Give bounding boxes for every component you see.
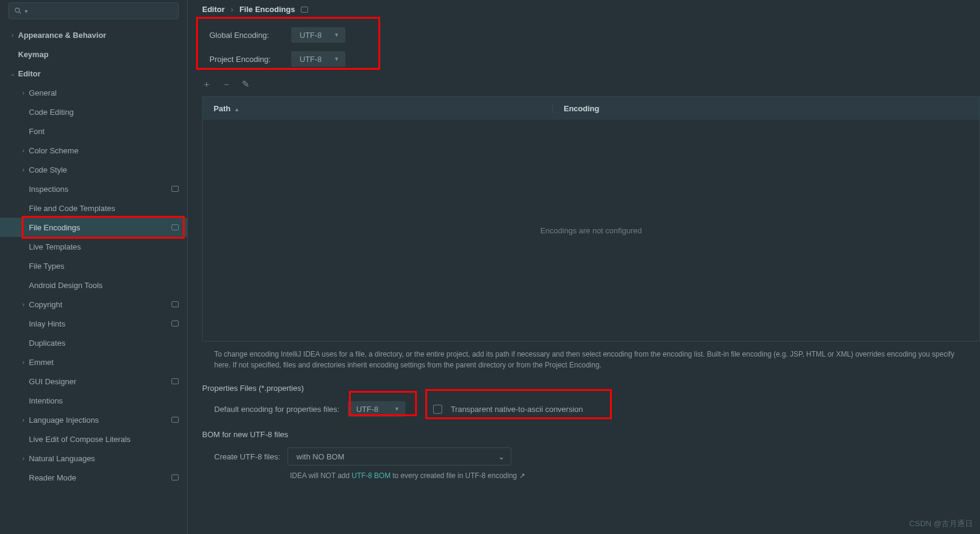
bom-section-title: BOM for new UTF-8 files xyxy=(202,430,980,439)
sidebar-item-label: Language Injections xyxy=(29,416,171,425)
project-encoding-label: Project Encoding: xyxy=(209,55,280,64)
encodings-table: Path▲ Encoding Encodings are not configu… xyxy=(202,96,980,342)
sidebar-item-general[interactable]: ›General xyxy=(0,83,187,102)
chevron-right-icon[interactable]: › xyxy=(18,455,29,462)
sidebar-item-label: Reader Mode xyxy=(29,473,171,482)
scope-badge-icon[interactable] xyxy=(301,7,308,13)
sidebar-item-label: Emmet xyxy=(29,358,179,367)
sidebar-item-keymap[interactable]: Keymap xyxy=(0,44,187,64)
breadcrumb-separator: › xyxy=(231,5,233,14)
bom-note: IDEA will NOT add UTF-8 BOM to every cre… xyxy=(290,471,980,480)
bom-create-dropdown[interactable]: with NO BOM ⌄ xyxy=(288,447,511,465)
sidebar-item-editor[interactable]: ⌄Editor xyxy=(0,64,187,83)
sidebar-item-label: Inlay Hints xyxy=(29,319,171,328)
sidebar-item-label: File Types xyxy=(29,262,179,271)
sidebar-item-label: Inspections xyxy=(29,185,171,194)
sidebar-item-label: Code Editing xyxy=(29,108,179,117)
chevron-right-icon[interactable]: › xyxy=(18,147,29,154)
breadcrumb-root[interactable]: Editor xyxy=(202,5,225,14)
sidebar-item-code-style[interactable]: ›Code Style xyxy=(0,160,187,179)
sidebar-item-label: Appearance & Behavior xyxy=(18,31,179,40)
scope-badge-icon xyxy=(171,378,179,384)
sidebar-item-copyright[interactable]: ›Copyright xyxy=(0,295,187,314)
sidebar-item-live-templates[interactable]: Live Templates xyxy=(0,237,187,256)
properties-section-title: Properties Files (*.properties) xyxy=(202,384,980,393)
scope-badge-icon xyxy=(171,186,179,192)
transparent-ascii-checkbox[interactable] xyxy=(433,405,442,414)
chevron-down-icon: ▼ xyxy=(394,406,399,412)
sidebar-item-file-types[interactable]: File Types xyxy=(0,256,187,275)
sidebar-item-font[interactable]: Font xyxy=(0,121,187,141)
chevron-right-icon[interactable]: › xyxy=(18,417,29,423)
sidebar-item-label: Copyright xyxy=(29,300,171,309)
sidebar-item-live-edit-of-compose-literals[interactable]: Live Edit of Compose Literals xyxy=(0,429,187,449)
sidebar-item-label: GUI Designer xyxy=(29,377,171,386)
project-encoding-value: UTF-8 xyxy=(300,55,322,64)
svg-point-0 xyxy=(15,8,19,12)
scope-badge-icon xyxy=(171,321,179,327)
settings-sidebar: ▾ ›Appearance & BehaviorKeymap⌄Editor›Ge… xyxy=(0,0,188,534)
table-header-path[interactable]: Path▲ xyxy=(203,104,553,113)
search-icon xyxy=(14,7,22,15)
sidebar-item-inspections[interactable]: Inspections xyxy=(0,179,187,198)
properties-encoding-dropdown[interactable]: UTF-8 ▼ xyxy=(348,401,405,417)
edit-button[interactable]: ✎ xyxy=(242,79,250,90)
utf8-bom-link[interactable]: UTF-8 BOM xyxy=(351,471,390,480)
chevron-right-icon[interactable]: › xyxy=(18,359,29,366)
chevron-right-icon[interactable]: › xyxy=(18,90,29,96)
sidebar-item-reader-mode[interactable]: Reader Mode xyxy=(0,468,187,487)
sidebar-item-language-injections[interactable]: ›Language Injections xyxy=(0,410,187,429)
scope-badge-icon xyxy=(171,417,179,423)
bom-create-value: with NO BOM xyxy=(297,452,344,461)
chevron-down-icon: ⌄ xyxy=(498,452,505,461)
add-button[interactable]: ＋ xyxy=(202,79,211,90)
sidebar-item-label: File and Code Templates xyxy=(29,204,179,213)
search-caret: ▾ xyxy=(25,8,28,14)
sidebar-item-label: File Encodings xyxy=(29,223,171,232)
table-toolbar: ＋ － ✎ xyxy=(188,75,980,93)
sidebar-item-appearance-behavior[interactable]: ›Appearance & Behavior xyxy=(0,25,187,44)
sidebar-item-gui-designer[interactable]: GUI Designer xyxy=(0,372,187,391)
chevron-right-icon[interactable]: › xyxy=(18,301,29,308)
sidebar-item-code-editing[interactable]: Code Editing xyxy=(0,102,187,121)
chevron-right-icon[interactable]: › xyxy=(7,32,18,38)
search-input[interactable]: ▾ xyxy=(8,2,179,19)
breadcrumb: Editor › File Encodings xyxy=(188,2,980,19)
table-empty-text: Encodings are not configured xyxy=(540,226,642,235)
sidebar-item-label: Android Design Tools xyxy=(29,281,179,290)
sidebar-item-label: Font xyxy=(29,127,179,136)
properties-default-label: Default encoding for properties files: xyxy=(214,405,339,414)
sidebar-item-label: Intentions xyxy=(29,396,179,405)
properties-encoding-value: UTF-8 xyxy=(356,405,378,414)
sidebar-item-duplicates[interactable]: Duplicates xyxy=(0,333,187,352)
main-panel: Editor › File Encodings Global Encoding:… xyxy=(188,0,980,534)
sidebar-item-android-design-tools[interactable]: Android Design Tools xyxy=(0,275,187,295)
sidebar-item-label: Live Templates xyxy=(29,242,179,251)
scope-badge-icon xyxy=(171,301,179,307)
remove-button[interactable]: － xyxy=(222,79,231,90)
sidebar-item-file-encodings[interactable]: File Encodings xyxy=(0,218,187,237)
settings-tree: ›Appearance & BehaviorKeymap⌄Editor›Gene… xyxy=(0,25,187,534)
sidebar-item-label: Editor xyxy=(18,69,179,78)
sidebar-item-file-and-code-templates[interactable]: File and Code Templates xyxy=(0,198,187,218)
chevron-down-icon: ▼ xyxy=(334,32,339,38)
transparent-ascii-label: Transparent native-to-ascii conversion xyxy=(451,405,583,414)
sidebar-item-intentions[interactable]: Intentions xyxy=(0,391,187,410)
sidebar-item-label: Keymap xyxy=(18,50,179,59)
chevron-right-icon[interactable]: › xyxy=(18,167,29,173)
sidebar-item-label: Duplicates xyxy=(29,339,179,348)
sidebar-item-label: Color Scheme xyxy=(29,146,179,155)
table-header-encoding[interactable]: Encoding xyxy=(553,104,979,113)
project-encoding-dropdown[interactable]: UTF-8 ▼ xyxy=(291,51,345,67)
global-encoding-dropdown[interactable]: UTF-8 ▼ xyxy=(291,27,345,43)
scope-badge-icon xyxy=(171,224,179,230)
breadcrumb-leaf: File Encodings xyxy=(239,5,295,14)
scope-badge-icon xyxy=(171,474,179,480)
sidebar-item-natural-languages[interactable]: ›Natural Languages xyxy=(0,449,187,468)
chevron-down-icon[interactable]: ⌄ xyxy=(7,70,18,77)
encoding-settings-block: Global Encoding: UTF-8 ▼ Project Encodin… xyxy=(202,19,563,75)
sidebar-item-color-scheme[interactable]: ›Color Scheme xyxy=(0,141,187,160)
sort-indicator-icon: ▲ xyxy=(234,106,239,112)
sidebar-item-inlay-hints[interactable]: Inlay Hints xyxy=(0,314,187,333)
sidebar-item-emmet[interactable]: ›Emmet xyxy=(0,352,187,372)
